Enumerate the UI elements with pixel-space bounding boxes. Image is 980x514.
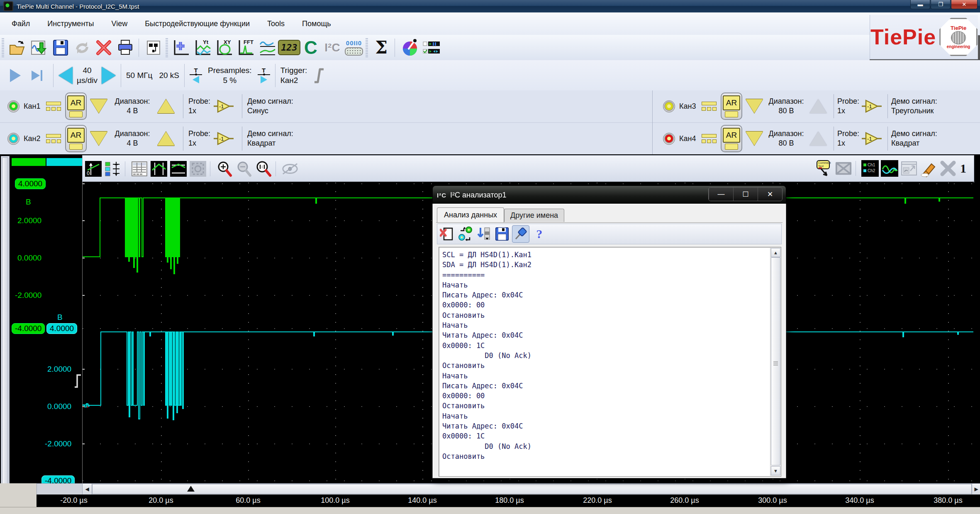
- menu-quick-functions[interactable]: Быстродействующие функции: [139, 17, 256, 31]
- horizontal-scrollbar[interactable]: ◀ ▶: [82, 483, 980, 495]
- green-axis-top-label[interactable]: 4.0000: [15, 178, 46, 189]
- channel2-name[interactable]: Кан2: [24, 134, 46, 143]
- vertical-cursors-button[interactable]: [150, 161, 168, 177]
- zoom-out-button-disabled[interactable]: [235, 161, 253, 177]
- channel1-range-up-button[interactable]: [157, 99, 175, 113]
- serial-analyzer-button[interactable]: 00II0: [344, 37, 364, 58]
- object-tree-button[interactable]: [144, 37, 164, 58]
- trigger-slope-icon[interactable]: [312, 66, 326, 85]
- coupling-icon[interactable]: [46, 133, 62, 144]
- measure-table-button[interactable]: [131, 161, 148, 177]
- dialog-scrollbar[interactable]: ▲ ▼: [770, 248, 780, 476]
- channel1-range-down-button[interactable]: [90, 99, 107, 113]
- channel2-autorange-button[interactable]: AR: [65, 125, 87, 152]
- channel4-range-down-button[interactable]: [746, 132, 763, 146]
- horizontal-cursors-button[interactable]: [170, 161, 187, 177]
- channel4-name[interactable]: Кан4: [679, 134, 702, 143]
- tab-other-names[interactable]: Другие имена: [504, 209, 564, 222]
- menu-instruments[interactable]: Инструменты: [41, 17, 100, 31]
- menu-tools[interactable]: Tools: [261, 17, 290, 31]
- dialog-minimize-button[interactable]: —: [709, 188, 733, 201]
- channel4-range-up-button[interactable]: [809, 132, 827, 146]
- channel2-range-up-button[interactable]: [157, 132, 175, 146]
- channel1-autorange-button[interactable]: AR: [65, 93, 87, 120]
- i2c-data-view[interactable]: SCL = ДЛ HS4D(1).Кан1 SDA = ДЛ HS4D(1).К…: [439, 247, 781, 477]
- trigger-slope-marker[interactable]: [74, 373, 82, 388]
- zoom-in-button[interactable]: [216, 161, 233, 177]
- dialog-close-button[interactable]: ✕: [758, 188, 782, 201]
- start-button[interactable]: [10, 69, 21, 82]
- channel3-range-down-button[interactable]: [746, 99, 763, 113]
- channel3-name[interactable]: Кан3: [679, 102, 702, 111]
- probe-gain-icon[interactable]: -1: [861, 130, 882, 147]
- coupling-icon[interactable]: [46, 101, 62, 112]
- dialog-title-bar[interactable]: I²C I²C анализатор1 — ☐ ✕: [432, 185, 786, 205]
- scroll-right-button[interactable]: ▶: [972, 484, 980, 495]
- dialog-scrollbar-thumb[interactable]: [771, 257, 780, 465]
- axis-zero-button[interactable]: 0: [85, 161, 102, 177]
- zoom-region-button-disabled[interactable]: [189, 161, 207, 177]
- green-axis-bottom-label[interactable]: -4.0000: [12, 323, 45, 334]
- legend-button[interactable]: Ch1 Ch2: [861, 160, 879, 177]
- graph-yt-button[interactable]: Yt: [193, 37, 213, 58]
- scroll-down-button[interactable]: ▼: [771, 466, 780, 475]
- channel3-range-up-button[interactable]: [809, 99, 827, 113]
- oneshot-button[interactable]: [32, 70, 42, 81]
- graph-xy-button[interactable]: XY: [215, 37, 234, 58]
- close-button[interactable]: ✕: [951, 0, 978, 9]
- i2c-analyzer-button[interactable]: I²C: [322, 37, 342, 58]
- channel4-led[interactable]: [663, 133, 675, 145]
- trigger-position-marker[interactable]: [187, 486, 195, 492]
- load-signal-button[interactable]: [29, 37, 49, 58]
- menu-help[interactable]: Помощь: [296, 17, 337, 31]
- waveform-style-button[interactable]: [881, 160, 898, 177]
- scroll-left-button[interactable]: ◀: [83, 484, 92, 495]
- coupling-icon[interactable]: [702, 133, 717, 144]
- presamples-increase-button[interactable]: T: [258, 67, 270, 83]
- presamples-decrease-button[interactable]: T: [190, 67, 202, 83]
- refresh-button-disabled[interactable]: [72, 37, 92, 58]
- scroll-up-button[interactable]: ▲: [771, 248, 780, 257]
- multi-graph-button[interactable]: [258, 37, 278, 58]
- export-graph-button-disabled[interactable]: [900, 160, 918, 177]
- can-analyzer-button[interactable]: C: [301, 37, 321, 58]
- envelope-button-disabled[interactable]: [835, 160, 852, 177]
- channel1-color-bar[interactable]: [12, 158, 46, 166]
- dialog-maximize-button[interactable]: ☐: [733, 188, 758, 201]
- channel2-color-bar[interactable]: [46, 158, 82, 166]
- channel3-led[interactable]: [663, 100, 675, 112]
- timebase-faster-button[interactable]: [102, 67, 116, 84]
- save-button[interactable]: [51, 37, 71, 58]
- add-graph-button[interactable]: [171, 37, 191, 58]
- vertical-scrollbar[interactable]: [1, 156, 10, 495]
- open-file-button[interactable]: [7, 37, 27, 58]
- autoscroll-button[interactable]: [475, 226, 492, 242]
- sum-button[interactable]: Σ: [371, 37, 391, 58]
- pin-window-button[interactable]: [512, 225, 529, 243]
- panel-settings-button[interactable]: [422, 37, 441, 58]
- meter-button[interactable]: 123: [279, 37, 299, 58]
- zoom-one-to-one-button[interactable]: [255, 161, 272, 177]
- probe-gain-icon[interactable]: -1: [213, 98, 234, 114]
- close-view-button[interactable]: [939, 160, 957, 177]
- scrollbar-thumb[interactable]: [92, 484, 972, 494]
- channel1-name[interactable]: Кан1: [24, 102, 46, 111]
- menu-file[interactable]: Файл: [6, 17, 36, 31]
- timebase-slower-button[interactable]: [59, 67, 73, 84]
- channel2-range-down-button[interactable]: [90, 132, 107, 146]
- delete-button[interactable]: [94, 37, 114, 58]
- autodisk-button-disabled[interactable]: 0: [281, 161, 299, 177]
- help-button[interactable]: ?: [531, 226, 548, 242]
- channel2-led[interactable]: [7, 133, 20, 145]
- channel3-autorange-button[interactable]: AR: [721, 93, 742, 120]
- cyan-axis-top-label[interactable]: 4.0000: [46, 323, 77, 334]
- restore-button[interactable]: ❐: [931, 0, 951, 9]
- probe-gain-icon[interactable]: -1: [861, 98, 882, 114]
- print-button[interactable]: [115, 37, 135, 58]
- minimize-button[interactable]: ▬: [910, 0, 930, 9]
- probe-gain-icon[interactable]: -1: [213, 130, 234, 147]
- clear-graph-button[interactable]: [920, 160, 937, 177]
- add-comment-button[interactable]: Comment Text: [815, 160, 833, 177]
- tab-data-analysis[interactable]: Анализ данных: [437, 207, 504, 222]
- colors-button[interactable]: [400, 37, 420, 58]
